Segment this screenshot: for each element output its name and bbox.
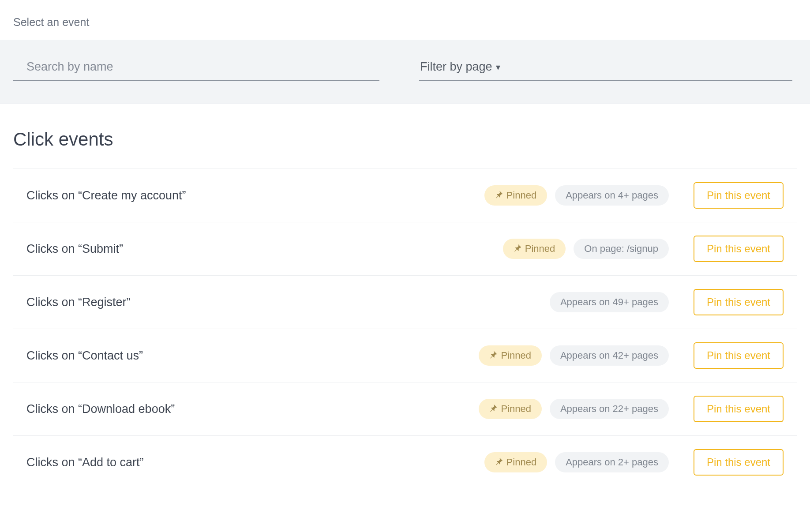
chevron-down-icon: ▾ [496, 62, 500, 72]
pinned-badge: Pinned [479, 345, 542, 366]
page-filter-label: Filter by page [420, 60, 492, 74]
pin-event-button[interactable]: Pin this event [694, 236, 784, 262]
event-row: Clicks on “Submit”PinnedOn page: /signup… [13, 222, 797, 276]
pinned-badge: Pinned [503, 239, 566, 259]
filter-wrap: Filter by page ▾ [419, 56, 792, 81]
pinned-badge: Pinned [484, 185, 548, 206]
pinned-label: Pinned [501, 403, 531, 415]
event-meta-badge: Appears on 4+ pages [555, 185, 669, 206]
event-name: Clicks on “Contact us” [26, 349, 471, 363]
search-input[interactable] [13, 56, 379, 81]
event-row: Clicks on “Contact us”PinnedAppears on 4… [13, 329, 797, 382]
event-meta-badge: Appears on 49+ pages [550, 292, 669, 312]
event-name: Clicks on “Register” [26, 296, 542, 309]
pinned-label: Pinned [501, 350, 531, 361]
pinned-label: Pinned [506, 457, 537, 468]
section-title: Click events [13, 129, 797, 150]
pinned-badge: Pinned [484, 452, 548, 472]
page-subtitle: Select an event [0, 0, 810, 39]
pin-icon [489, 403, 497, 415]
pin-event-button[interactable]: Pin this event [694, 449, 784, 476]
event-meta-badge: Appears on 42+ pages [550, 345, 669, 366]
page-filter-select[interactable]: Filter by page ▾ [419, 56, 792, 81]
event-name: Clicks on “Add to cart” [26, 456, 476, 469]
event-row: Clicks on “Create my account”PinnedAppea… [13, 169, 797, 222]
event-name: Clicks on “Create my account” [26, 189, 476, 202]
event-meta-badge: Appears on 2+ pages [555, 452, 669, 472]
event-name: Clicks on “Download ebook” [26, 402, 471, 416]
pin-icon [489, 350, 497, 361]
pin-event-button[interactable]: Pin this event [694, 342, 784, 369]
pin-event-button[interactable]: Pin this event [694, 396, 784, 422]
event-row: Clicks on “Add to cart”PinnedAppears on … [13, 436, 797, 489]
pinned-label: Pinned [525, 243, 555, 255]
pin-icon [495, 190, 503, 201]
pin-event-button[interactable]: Pin this event [694, 182, 784, 209]
pinned-label: Pinned [506, 190, 537, 201]
pinned-badge: Pinned [479, 399, 542, 419]
event-row: Clicks on “Download ebook”PinnedAppears … [13, 382, 797, 436]
pin-icon [495, 457, 503, 468]
event-meta-badge: Appears on 22+ pages [550, 399, 669, 419]
event-meta-badge: On page: /signup [574, 239, 669, 259]
content-area: Click events Clicks on “Create my accoun… [0, 104, 810, 489]
filter-bar: Filter by page ▾ [0, 39, 810, 104]
pin-icon [514, 243, 521, 255]
event-name: Clicks on “Submit” [26, 242, 495, 256]
event-list: Clicks on “Create my account”PinnedAppea… [13, 169, 797, 489]
event-row: Clicks on “Register”Appears on 49+ pages… [13, 276, 797, 329]
search-wrap [13, 56, 379, 81]
pin-event-button[interactable]: Pin this event [694, 289, 784, 315]
